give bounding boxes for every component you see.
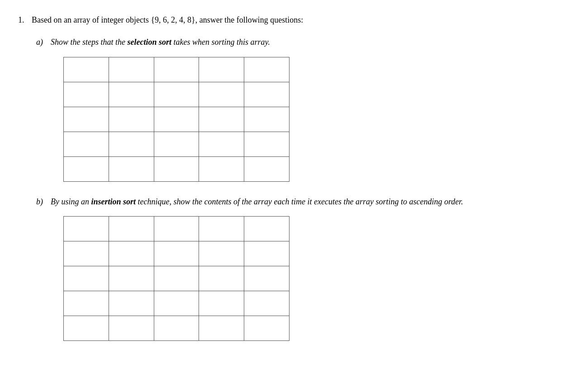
- grid-cell: [109, 57, 154, 82]
- insertion-sort-grid: [63, 216, 290, 341]
- question-intro-text: Based on an array of integer objects {9,…: [32, 14, 303, 27]
- grid-cell: [64, 82, 109, 107]
- sub-text-a: Show the steps that the selection sort t…: [51, 36, 270, 49]
- grid-cell: [109, 156, 154, 181]
- grid-cell: [154, 82, 199, 107]
- grid-cell: [154, 266, 199, 291]
- grid-cell: [154, 291, 199, 316]
- grid-cell: [64, 107, 109, 132]
- grid-cell: [109, 107, 154, 132]
- selection-sort-grid-container: [63, 57, 561, 182]
- sub-text-b: By using an insertion sort technique, sh…: [51, 195, 463, 208]
- grid-cell: [154, 217, 199, 241]
- grid-cell: [64, 217, 109, 241]
- grid-cell: [154, 57, 199, 82]
- grid-cell: [199, 57, 244, 82]
- question-block: 1. Based on an array of integer objects …: [18, 14, 561, 341]
- table-row: [64, 82, 290, 107]
- sub-label-b: b): [36, 195, 47, 208]
- sub-label-a: a): [36, 36, 47, 49]
- grid-cell: [154, 107, 199, 132]
- grid-cell: [64, 266, 109, 291]
- grid-cell: [199, 82, 244, 107]
- grid-cell: [199, 107, 244, 132]
- grid-cell: [154, 132, 199, 156]
- sub-question-a-header: a) Show the steps that the selection sor…: [36, 36, 561, 49]
- table-row: [64, 241, 290, 266]
- grid-cell: [199, 291, 244, 316]
- grid-cell: [244, 107, 290, 132]
- question-header: 1. Based on an array of integer objects …: [18, 14, 561, 27]
- sub-question-b: b) By using an insertion sort technique,…: [36, 195, 561, 341]
- grid-cell: [199, 266, 244, 291]
- grid-cell: [109, 82, 154, 107]
- grid-cell: [199, 217, 244, 241]
- grid-cell: [64, 241, 109, 266]
- table-row: [64, 217, 290, 241]
- grid-cell: [244, 156, 290, 181]
- grid-cell: [154, 241, 199, 266]
- insertion-sort-grid-container: [63, 216, 561, 341]
- grid-cell: [64, 57, 109, 82]
- grid-cell: [244, 316, 290, 341]
- grid-cell: [244, 266, 290, 291]
- table-row: [64, 156, 290, 181]
- grid-cell: [109, 291, 154, 316]
- grid-cell: [244, 82, 290, 107]
- grid-cell: [244, 291, 290, 316]
- table-row: [64, 57, 290, 82]
- grid-cell: [64, 132, 109, 156]
- grid-cell: [199, 316, 244, 341]
- table-row: [64, 266, 290, 291]
- grid-cell: [244, 132, 290, 156]
- grid-cell: [244, 241, 290, 266]
- grid-cell: [109, 132, 154, 156]
- table-row: [64, 316, 290, 341]
- table-row: [64, 291, 290, 316]
- sub-question-a: a) Show the steps that the selection sor…: [36, 36, 561, 182]
- grid-cell: [244, 217, 290, 241]
- sub-question-b-header: b) By using an insertion sort technique,…: [36, 195, 561, 208]
- question-number: 1.: [18, 14, 32, 27]
- grid-cell: [64, 156, 109, 181]
- grid-cell: [199, 132, 244, 156]
- grid-cell: [64, 291, 109, 316]
- grid-cell: [109, 316, 154, 341]
- grid-cell: [109, 241, 154, 266]
- grid-cell: [109, 217, 154, 241]
- grid-cell: [64, 316, 109, 341]
- grid-cell: [244, 57, 290, 82]
- grid-cell: [154, 156, 199, 181]
- selection-sort-grid: [63, 57, 290, 182]
- table-row: [64, 107, 290, 132]
- grid-cell: [109, 266, 154, 291]
- grid-cell: [199, 241, 244, 266]
- grid-cell: [199, 156, 244, 181]
- table-row: [64, 132, 290, 156]
- grid-cell: [154, 316, 199, 341]
